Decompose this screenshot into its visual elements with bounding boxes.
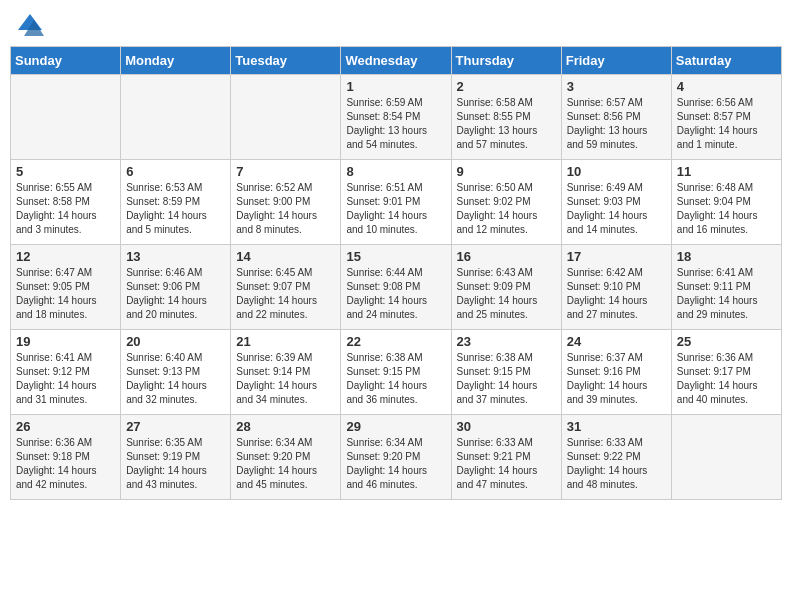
cell-info: Sunrise: 6:50 AM Sunset: 9:02 PM Dayligh… <box>457 181 556 237</box>
day-number: 17 <box>567 249 666 264</box>
calendar-week-row: 26Sunrise: 6:36 AM Sunset: 9:18 PM Dayli… <box>11 415 782 500</box>
day-number: 8 <box>346 164 445 179</box>
day-number: 19 <box>16 334 115 349</box>
day-number: 31 <box>567 419 666 434</box>
cell-info: Sunrise: 6:58 AM Sunset: 8:55 PM Dayligh… <box>457 96 556 152</box>
day-number: 4 <box>677 79 776 94</box>
day-number: 23 <box>457 334 556 349</box>
cell-info: Sunrise: 6:52 AM Sunset: 9:00 PM Dayligh… <box>236 181 335 237</box>
day-number: 21 <box>236 334 335 349</box>
day-number: 29 <box>346 419 445 434</box>
calendar-cell <box>231 75 341 160</box>
cell-info: Sunrise: 6:38 AM Sunset: 9:15 PM Dayligh… <box>346 351 445 407</box>
calendar-cell <box>11 75 121 160</box>
calendar-cell: 9Sunrise: 6:50 AM Sunset: 9:02 PM Daylig… <box>451 160 561 245</box>
cell-info: Sunrise: 6:59 AM Sunset: 8:54 PM Dayligh… <box>346 96 445 152</box>
cell-info: Sunrise: 6:41 AM Sunset: 9:12 PM Dayligh… <box>16 351 115 407</box>
day-number: 10 <box>567 164 666 179</box>
day-number: 30 <box>457 419 556 434</box>
cell-info: Sunrise: 6:34 AM Sunset: 9:20 PM Dayligh… <box>346 436 445 492</box>
cell-info: Sunrise: 6:36 AM Sunset: 9:17 PM Dayligh… <box>677 351 776 407</box>
calendar-cell: 19Sunrise: 6:41 AM Sunset: 9:12 PM Dayli… <box>11 330 121 415</box>
day-number: 1 <box>346 79 445 94</box>
cell-info: Sunrise: 6:46 AM Sunset: 9:06 PM Dayligh… <box>126 266 225 322</box>
calendar-cell <box>121 75 231 160</box>
calendar-cell: 12Sunrise: 6:47 AM Sunset: 9:05 PM Dayli… <box>11 245 121 330</box>
calendar-cell: 2Sunrise: 6:58 AM Sunset: 8:55 PM Daylig… <box>451 75 561 160</box>
calendar-cell: 1Sunrise: 6:59 AM Sunset: 8:54 PM Daylig… <box>341 75 451 160</box>
calendar-week-row: 12Sunrise: 6:47 AM Sunset: 9:05 PM Dayli… <box>11 245 782 330</box>
weekday-header: Monday <box>121 47 231 75</box>
day-number: 27 <box>126 419 225 434</box>
calendar-week-row: 19Sunrise: 6:41 AM Sunset: 9:12 PM Dayli… <box>11 330 782 415</box>
day-number: 7 <box>236 164 335 179</box>
calendar-cell: 30Sunrise: 6:33 AM Sunset: 9:21 PM Dayli… <box>451 415 561 500</box>
day-number: 11 <box>677 164 776 179</box>
weekday-header: Friday <box>561 47 671 75</box>
weekday-header: Wednesday <box>341 47 451 75</box>
calendar-cell: 23Sunrise: 6:38 AM Sunset: 9:15 PM Dayli… <box>451 330 561 415</box>
calendar-cell: 13Sunrise: 6:46 AM Sunset: 9:06 PM Dayli… <box>121 245 231 330</box>
day-number: 28 <box>236 419 335 434</box>
calendar-cell: 3Sunrise: 6:57 AM Sunset: 8:56 PM Daylig… <box>561 75 671 160</box>
cell-info: Sunrise: 6:51 AM Sunset: 9:01 PM Dayligh… <box>346 181 445 237</box>
cell-info: Sunrise: 6:33 AM Sunset: 9:22 PM Dayligh… <box>567 436 666 492</box>
cell-info: Sunrise: 6:43 AM Sunset: 9:09 PM Dayligh… <box>457 266 556 322</box>
cell-info: Sunrise: 6:35 AM Sunset: 9:19 PM Dayligh… <box>126 436 225 492</box>
calendar-cell: 17Sunrise: 6:42 AM Sunset: 9:10 PM Dayli… <box>561 245 671 330</box>
cell-info: Sunrise: 6:40 AM Sunset: 9:13 PM Dayligh… <box>126 351 225 407</box>
day-number: 9 <box>457 164 556 179</box>
cell-info: Sunrise: 6:33 AM Sunset: 9:21 PM Dayligh… <box>457 436 556 492</box>
cell-info: Sunrise: 6:47 AM Sunset: 9:05 PM Dayligh… <box>16 266 115 322</box>
cell-info: Sunrise: 6:38 AM Sunset: 9:15 PM Dayligh… <box>457 351 556 407</box>
day-number: 13 <box>126 249 225 264</box>
day-number: 12 <box>16 249 115 264</box>
cell-info: Sunrise: 6:45 AM Sunset: 9:07 PM Dayligh… <box>236 266 335 322</box>
calendar-cell: 7Sunrise: 6:52 AM Sunset: 9:00 PM Daylig… <box>231 160 341 245</box>
day-number: 5 <box>16 164 115 179</box>
cell-info: Sunrise: 6:42 AM Sunset: 9:10 PM Dayligh… <box>567 266 666 322</box>
logo <box>14 10 44 38</box>
calendar-cell: 6Sunrise: 6:53 AM Sunset: 8:59 PM Daylig… <box>121 160 231 245</box>
cell-info: Sunrise: 6:55 AM Sunset: 8:58 PM Dayligh… <box>16 181 115 237</box>
weekday-row: SundayMondayTuesdayWednesdayThursdayFrid… <box>11 47 782 75</box>
cell-info: Sunrise: 6:56 AM Sunset: 8:57 PM Dayligh… <box>677 96 776 152</box>
calendar-cell: 5Sunrise: 6:55 AM Sunset: 8:58 PM Daylig… <box>11 160 121 245</box>
calendar-week-row: 1Sunrise: 6:59 AM Sunset: 8:54 PM Daylig… <box>11 75 782 160</box>
calendar-cell: 14Sunrise: 6:45 AM Sunset: 9:07 PM Dayli… <box>231 245 341 330</box>
calendar-cell: 25Sunrise: 6:36 AM Sunset: 9:17 PM Dayli… <box>671 330 781 415</box>
day-number: 15 <box>346 249 445 264</box>
calendar-week-row: 5Sunrise: 6:55 AM Sunset: 8:58 PM Daylig… <box>11 160 782 245</box>
cell-info: Sunrise: 6:39 AM Sunset: 9:14 PM Dayligh… <box>236 351 335 407</box>
calendar-cell: 24Sunrise: 6:37 AM Sunset: 9:16 PM Dayli… <box>561 330 671 415</box>
day-number: 3 <box>567 79 666 94</box>
cell-info: Sunrise: 6:44 AM Sunset: 9:08 PM Dayligh… <box>346 266 445 322</box>
weekday-header: Saturday <box>671 47 781 75</box>
calendar-cell: 20Sunrise: 6:40 AM Sunset: 9:13 PM Dayli… <box>121 330 231 415</box>
day-number: 24 <box>567 334 666 349</box>
cell-info: Sunrise: 6:57 AM Sunset: 8:56 PM Dayligh… <box>567 96 666 152</box>
day-number: 20 <box>126 334 225 349</box>
weekday-header: Tuesday <box>231 47 341 75</box>
cell-info: Sunrise: 6:37 AM Sunset: 9:16 PM Dayligh… <box>567 351 666 407</box>
calendar-cell: 21Sunrise: 6:39 AM Sunset: 9:14 PM Dayli… <box>231 330 341 415</box>
calendar-cell: 28Sunrise: 6:34 AM Sunset: 9:20 PM Dayli… <box>231 415 341 500</box>
logo-icon <box>14 10 42 38</box>
day-number: 18 <box>677 249 776 264</box>
day-number: 22 <box>346 334 445 349</box>
day-number: 6 <box>126 164 225 179</box>
weekday-header: Sunday <box>11 47 121 75</box>
cell-info: Sunrise: 6:34 AM Sunset: 9:20 PM Dayligh… <box>236 436 335 492</box>
calendar-cell: 4Sunrise: 6:56 AM Sunset: 8:57 PM Daylig… <box>671 75 781 160</box>
calendar-cell: 16Sunrise: 6:43 AM Sunset: 9:09 PM Dayli… <box>451 245 561 330</box>
day-number: 2 <box>457 79 556 94</box>
day-number: 26 <box>16 419 115 434</box>
cell-info: Sunrise: 6:49 AM Sunset: 9:03 PM Dayligh… <box>567 181 666 237</box>
calendar-body: 1Sunrise: 6:59 AM Sunset: 8:54 PM Daylig… <box>11 75 782 500</box>
weekday-header: Thursday <box>451 47 561 75</box>
day-number: 25 <box>677 334 776 349</box>
calendar-cell: 29Sunrise: 6:34 AM Sunset: 9:20 PM Dayli… <box>341 415 451 500</box>
calendar-cell: 22Sunrise: 6:38 AM Sunset: 9:15 PM Dayli… <box>341 330 451 415</box>
day-number: 14 <box>236 249 335 264</box>
calendar-cell: 18Sunrise: 6:41 AM Sunset: 9:11 PM Dayli… <box>671 245 781 330</box>
